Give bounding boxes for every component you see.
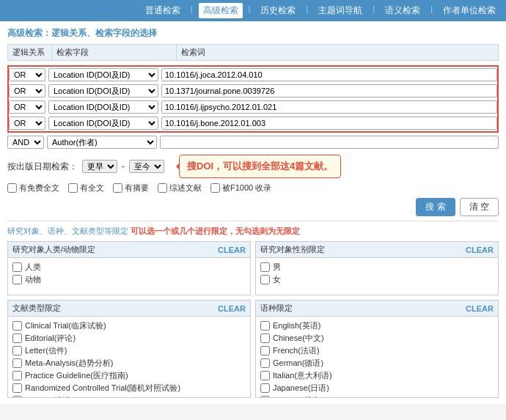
filter-label-english: English(英语)	[273, 320, 320, 331]
filter-label-editorial: Editorial(评论)	[25, 333, 76, 344]
filter-item: Review(综述)	[12, 394, 246, 397]
filter-panel-subject: 研究对象人类/动物限定 CLEAR 人类 动物	[7, 241, 251, 295]
filter-item: 男	[260, 261, 494, 273]
filter-panel-subject-header: 研究对象人类/动物限定 CLEAR	[8, 242, 250, 258]
term-input-1[interactable]	[161, 84, 497, 97]
cb-review[interactable]	[12, 396, 22, 397]
search-row-0: ORANDNOT Location ID(DOI及ID)	[9, 67, 497, 83]
nav-item-mesh[interactable]: 主题词导航	[314, 3, 367, 18]
advsearch-title: 高级检索：逻辑关系、检索字段的选择	[7, 27, 499, 40]
cb-letter[interactable]	[12, 346, 22, 355]
filter-item: French(法语)	[260, 345, 494, 357]
clear-button[interactable]: 清 空	[460, 198, 499, 216]
filter-panel-doctype-clear[interactable]: CLEAR	[218, 304, 246, 313]
cb-japanese[interactable]	[260, 383, 270, 393]
cb-clinical-trial[interactable]	[12, 321, 22, 331]
nav-item-advanced[interactable]: 高级检索	[199, 3, 243, 18]
field-select-3[interactable]: Location ID(DOI及ID)	[48, 117, 158, 130]
cb-chinese[interactable]	[260, 334, 270, 343]
field-select-2[interactable]: Location ID(DOI及ID)	[48, 100, 158, 114]
search-row-3: ORANDNOT Location ID(DOI及ID)	[9, 115, 497, 131]
nav-item-semantic[interactable]: 语义检索	[381, 3, 425, 18]
cb-abstract[interactable]: 有摘要	[113, 183, 149, 194]
term-input-3[interactable]	[161, 117, 497, 130]
filter-item: Letter(信件)	[12, 345, 246, 357]
term-input-4[interactable]	[160, 136, 499, 149]
col-header-logic: 逻辑关系	[8, 45, 52, 61]
search-button[interactable]: 搜 索	[416, 198, 455, 216]
filter-panel-subject-body: 人类 动物	[8, 258, 250, 295]
logic-select-3[interactable]: ORANDNOT	[9, 117, 45, 130]
filter-panel-gender-header: 研究对象性别限定 CLEAR	[256, 242, 498, 258]
filter-item: Randomized Controlled Trial(随机对照试验)	[12, 382, 246, 394]
cb-german[interactable]	[260, 358, 270, 368]
date-to-select[interactable]: 至今	[129, 160, 164, 173]
filter-item: Chinese(中文)	[260, 332, 494, 345]
filter-label-female: 女	[273, 274, 281, 285]
date-separator: -	[122, 161, 125, 172]
cb-animal[interactable]	[12, 275, 22, 284]
cb-russian[interactable]	[260, 396, 270, 397]
filter-item: Clinical Trial(临床试验)	[12, 320, 246, 332]
date-from-select[interactable]: 更早	[82, 160, 117, 173]
nav-item-institution[interactable]: 作者单位检索	[439, 3, 500, 18]
filter-item: German(德语)	[260, 357, 494, 369]
filter-panel-doctype-body: Clinical Trial(临床试验) Editorial(评论) Lette…	[8, 317, 250, 397]
date-row: 按出版日期检索： 更早 - 至今	[7, 160, 164, 173]
logic-select-2[interactable]: ORANDNOT	[9, 100, 45, 114]
cb-meta-analysis[interactable]	[12, 358, 22, 368]
filter-label-chinese: Chinese(中文)	[273, 333, 324, 344]
nav-item-history[interactable]: 历史检索	[256, 3, 300, 18]
main-content: 高级检索：逻辑关系、检索字段的选择 逻辑关系 检索字段 检索词 ORANDNOT…	[0, 21, 506, 404]
cb-female[interactable]	[260, 275, 270, 284]
term-input-0[interactable]	[161, 68, 497, 81]
logic-select-0[interactable]: ORANDNOT	[9, 68, 45, 81]
filter-label-clinical-trial: Clinical Trial(临床试验)	[25, 320, 106, 331]
filter-panel-gender-body: 男 女	[256, 258, 498, 295]
field-select-1[interactable]: Location ID(DOI及ID)	[48, 84, 158, 97]
filter-panel-language-title: 语种限定	[260, 303, 293, 314]
filter-label-meta-analysis: Meta-Analysis(趋势分析)	[25, 358, 113, 369]
search-row-1: ORANDNOT Location ID(DOI及ID)	[9, 83, 497, 99]
cb-rct[interactable]	[12, 383, 22, 393]
nav-item-basic[interactable]: 普通检索	[141, 3, 185, 18]
cb-f1000[interactable]: 被F1000 收录	[210, 183, 271, 194]
cb-review[interactable]: 综述文献	[158, 183, 202, 194]
cb-editorial[interactable]	[12, 334, 22, 343]
cb-practice-guideline[interactable]	[12, 371, 22, 380]
cb-italian[interactable]	[260, 371, 270, 380]
filter-panel-language: 语种限定 CLEAR English(英语) Chinese(中文) Frenc…	[255, 300, 499, 398]
logic-select-4[interactable]: ANDORNOT	[7, 136, 44, 149]
cb-english[interactable]	[260, 321, 270, 331]
date-label: 按出版日期检索：	[7, 161, 78, 173]
divider-1	[7, 221, 499, 221]
cb-male[interactable]	[260, 262, 270, 272]
filter-panel-gender-clear[interactable]: CLEAR	[466, 246, 494, 254]
cb-fulltext[interactable]: 有全文	[68, 183, 104, 194]
term-input-2[interactable]	[161, 100, 497, 114]
filter-item: Russian(俄文)	[260, 394, 494, 397]
filter-panel-language-body: English(英语) Chinese(中文) French(法语) Germa…	[256, 317, 498, 397]
field-select-4[interactable]: Author(作者)	[47, 136, 157, 149]
filter-item: Editorial(评论)	[12, 332, 246, 345]
filter-panel-subject-clear[interactable]: CLEAR	[218, 246, 246, 254]
cb-french[interactable]	[260, 346, 270, 355]
filter-label-letter: Letter(信件)	[25, 345, 67, 356]
filter-panel-language-clear[interactable]: CLEAR	[466, 304, 494, 313]
filter-item: Practice Guideline(医疗指南)	[12, 369, 246, 382]
filter-label-male: 男	[273, 262, 281, 273]
filter-item: 女	[260, 273, 494, 286]
date-and-callout: 按出版日期检索： 更早 - 至今 搜DOI，可以搜到全部这4篇文献。	[7, 155, 499, 178]
logic-select-1[interactable]: ORANDNOT	[9, 84, 45, 97]
filter-label-review: Review(综述)	[25, 395, 73, 397]
cb-human[interactable]	[12, 262, 22, 272]
doi-callout: 搜DOI，可以搜到全部这4篇文献。	[179, 155, 341, 178]
top-navigation: 普通检索 | 高级检索 | 历史检索 | 主题词导航 | 语义检索 | 作者单位…	[0, 0, 506, 21]
filter-label-rct: Randomized Controlled Trial(随机对照试验)	[25, 383, 180, 394]
filter-panel-gender: 研究对象性别限定 CLEAR 男 女	[255, 241, 499, 295]
field-select-0[interactable]: Location ID(DOI及ID)	[48, 68, 158, 81]
search-row-2: ORANDNOT Location ID(DOI及ID)	[9, 99, 497, 115]
filter-item: 人类	[12, 261, 246, 273]
filter-label-human: 人类	[25, 262, 41, 273]
cb-free-fulltext[interactable]: 有免费全文	[7, 183, 59, 194]
